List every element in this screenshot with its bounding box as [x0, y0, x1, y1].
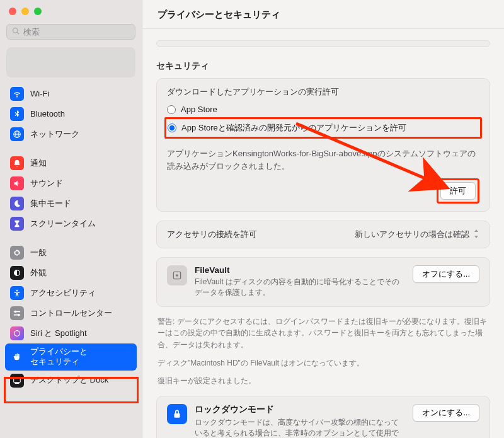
sliders-icon: [10, 306, 24, 320]
accessory-value-popup[interactable]: 新しいアクセサリの場合は確認: [355, 229, 479, 240]
accessory-card[interactable]: アクセサリの接続を許可 新しいアクセサリの場合は確認: [156, 221, 490, 248]
radio-appstore-input[interactable]: [167, 105, 176, 114]
sidebar-item-bluetooth[interactable]: Bluetooth: [5, 104, 137, 124]
page-title: プライバシーとセキュリティ: [142, 0, 504, 29]
accessory-value-text: 新しいアクセサリの場合は確認: [355, 229, 469, 240]
hand-icon: [10, 350, 24, 364]
search-field[interactable]: [6, 24, 135, 40]
sidebar-item-network[interactable]: ネットワーク: [5, 124, 137, 144]
allow-button[interactable]: 許可: [440, 182, 476, 200]
lockdown-desc: ロックダウンモードは、高度なサイバー攻撃の標的になっていると考えられる場合に、非…: [195, 417, 405, 438]
security-heading: セキュリティ: [156, 61, 490, 72]
radio-identified-input[interactable]: [168, 124, 176, 132]
sidebar-item-label: 集中モード: [30, 199, 71, 209]
moon-icon: [10, 197, 24, 210]
sidebar-item-desktop-dock[interactable]: デスクトップと Dock: [5, 371, 137, 391]
svg-point-10: [18, 314, 20, 316]
svg-point-9: [14, 311, 17, 313]
sidebar-item-accessibility[interactable]: アクセシビリティ: [5, 283, 137, 303]
blocked-software-text: アプリケーションKensingtonWorks-for-BigSur-above…: [167, 147, 479, 172]
sidebar-item-label: サウンド: [30, 178, 63, 188]
sidebar-item-label: 一般: [30, 248, 47, 258]
account-block[interactable]: [6, 47, 135, 78]
svg-point-15: [176, 274, 178, 277]
filevault-desc: FileVault はディスクの内容を自動的に暗号化することでそのデータを保護し…: [195, 277, 405, 299]
divider: [156, 40, 490, 47]
network-icon: [10, 127, 24, 141]
appearance-icon: [10, 266, 24, 280]
sidebar-item-label: 外観: [30, 268, 47, 278]
sidebar-list: Wi-Fi Bluetooth ネットワーク 通知 サウンド 集中モード: [0, 83, 142, 438]
sidebar-item-label: Bluetooth: [30, 109, 65, 119]
speaker-icon: [10, 176, 24, 190]
radio-identified[interactable]: App Storeと確認済みの開発元からのアプリケーションを許可: [168, 120, 478, 135]
filevault-status: ディスク"Macintosh HD"の FileVault はオンになっています…: [158, 357, 489, 369]
maximize-window-button[interactable]: [34, 8, 42, 15]
sidebar: Wi-Fi Bluetooth ネットワーク 通知 サウンド 集中モード: [0, 0, 142, 438]
sidebar-item-label: Siri と Spotlight: [30, 328, 87, 338]
filevault-warning: 警告: データにアクセスするには、ログインパスワードまたは復旧キーが必要になりま…: [158, 316, 489, 351]
svg-rect-12: [14, 377, 21, 382]
accessory-label: アクセサリの接続を許可: [167, 229, 257, 240]
content-pane: プライバシーとセキュリティ セキュリティ ダウンロードしたアプリケーションの実行…: [142, 0, 504, 438]
filevault-recoverykey: 復旧キーが設定されました。: [158, 375, 489, 387]
filevault-toggle-button[interactable]: オフにする...: [413, 265, 479, 283]
radio-appstore-label: App Store: [181, 105, 217, 114]
filevault-card: FileVault FileVault はディスクの内容を自動的に暗号化すること…: [156, 257, 490, 307]
bluetooth-icon: [10, 107, 24, 121]
content-scroll[interactable]: セキュリティ ダウンロードしたアプリケーションの実行許可 App Store A…: [142, 29, 504, 438]
filevault-icon: [167, 265, 187, 285]
siri-icon: [10, 326, 24, 340]
sidebar-item-sound[interactable]: サウンド: [5, 173, 137, 193]
close-window-button[interactable]: [9, 8, 16, 15]
svg-rect-16: [175, 413, 180, 418]
radio-identified-label: App Storeと確認済みの開発元からのアプリケーションを許可: [181, 122, 406, 134]
sidebar-item-label: プライバシーと セキュリティ: [30, 347, 88, 367]
svg-point-6: [16, 290, 18, 292]
bell-icon: [10, 156, 24, 170]
filevault-title: FileVault: [195, 265, 405, 275]
search-input[interactable]: [23, 27, 130, 37]
download-allow-label: ダウンロードしたアプリケーションの実行許可: [167, 86, 479, 98]
sidebar-item-controlcenter[interactable]: コントロールセンター: [5, 303, 137, 323]
sidebar-item-label: デスクトップと Dock: [30, 375, 108, 385]
sidebar-item-label: スクリーンタイム: [30, 219, 96, 229]
sidebar-item-notifications[interactable]: 通知: [5, 153, 137, 173]
dock-icon: [10, 374, 24, 388]
svg-rect-13: [15, 383, 20, 383]
window-controls: [0, 0, 142, 20]
lockdown-card: ロックダウンモード ロックダウンモードは、高度なサイバー攻撃の標的になっていると…: [156, 396, 490, 438]
lockdown-toggle-button[interactable]: オンにする...: [413, 404, 479, 422]
sidebar-item-appearance[interactable]: 外観: [5, 263, 137, 283]
sidebar-item-siri[interactable]: Siri と Spotlight: [5, 323, 137, 343]
svg-point-11: [14, 331, 20, 337]
sidebar-item-label: Wi-Fi: [30, 89, 49, 99]
sidebar-item-label: コントロールセンター: [30, 308, 112, 318]
sidebar-item-wifi[interactable]: Wi-Fi: [5, 84, 137, 104]
annotation-allow-highlight: 許可: [437, 178, 479, 204]
accessibility-icon: [10, 286, 24, 300]
sidebar-item-focus[interactable]: 集中モード: [5, 193, 137, 214]
search-icon: [12, 27, 20, 37]
sidebar-item-label: アクセシビリティ: [30, 288, 96, 298]
sidebar-item-label: ネットワーク: [30, 129, 79, 139]
hourglass-icon: [10, 217, 24, 231]
gear-icon: [10, 246, 24, 260]
sidebar-item-label: 通知: [30, 158, 47, 168]
minimize-window-button[interactable]: [21, 8, 29, 15]
lockdown-title: ロックダウンモード: [195, 404, 405, 415]
download-allow-card: ダウンロードしたアプリケーションの実行許可 App Store App Stor…: [156, 78, 490, 212]
svg-line-1: [17, 32, 19, 34]
svg-point-0: [13, 28, 18, 33]
annotation-radio-highlight: App Storeと確認済みの開発元からのアプリケーションを許可: [164, 117, 482, 139]
radio-appstore[interactable]: App Store: [167, 103, 479, 116]
lockdown-icon: [167, 404, 187, 424]
sidebar-item-screentime[interactable]: スクリーンタイム: [5, 214, 137, 234]
chevron-updown-icon: [473, 229, 479, 240]
sidebar-item-privacy[interactable]: プライバシーと セキュリティ: [5, 343, 137, 371]
wifi-icon: [10, 87, 24, 101]
sidebar-item-general[interactable]: 一般: [5, 243, 137, 263]
